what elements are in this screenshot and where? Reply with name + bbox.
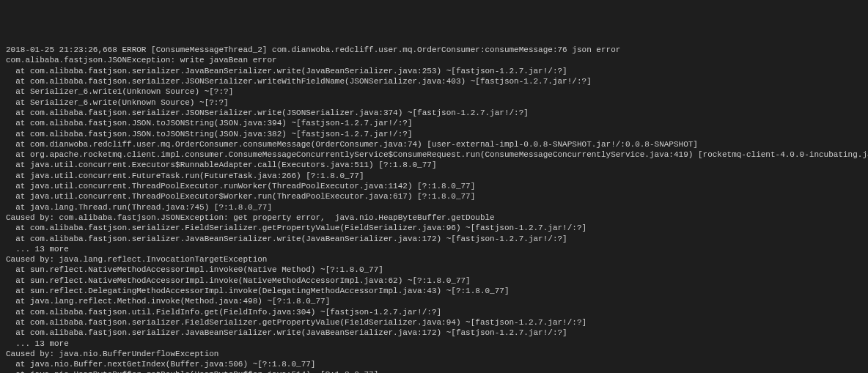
log-line: at com.alibaba.fastjson.serializer.JavaB…: [6, 328, 862, 338]
log-line: ... 13 more: [6, 244, 862, 254]
log-line: at sun.reflect.NativeMethodAccessorImpl.…: [6, 276, 862, 286]
log-line: at com.alibaba.fastjson.serializer.Field…: [6, 223, 862, 233]
log-line: at com.alibaba.fastjson.serializer.JSONS…: [6, 76, 862, 86]
log-line: at com.alibaba.fastjson.JSON.toJSONStrin…: [6, 129, 862, 139]
log-line: at sun.reflect.DelegatingMethodAccessorI…: [6, 286, 862, 296]
log-line: at com.alibaba.fastjson.serializer.JavaB…: [6, 66, 862, 76]
log-line: at Serializer_6.write1(Unknown Source) ~…: [6, 86, 862, 97]
log-line: at com.alibaba.fastjson.serializer.JSONS…: [6, 108, 862, 118]
log-line: at com.alibaba.fastjson.util.FieldInfo.g…: [6, 307, 862, 317]
log-line: at java.lang.Thread.run(Thread.java:745)…: [6, 202, 862, 213]
log-line: Caused by: com.alibaba.fastjson.JSONExce…: [6, 213, 862, 223]
log-output: 2018-01-25 21:23:26,668 ERROR [ConsumeMe…: [6, 45, 862, 373]
log-line: at com.alibaba.fastjson.serializer.JavaB…: [6, 234, 862, 244]
log-line: at java.nio.HeapByteBuffer.getDouble(Hea…: [6, 369, 862, 373]
log-line: at java.lang.reflect.Method.invoke(Metho…: [6, 296, 862, 306]
log-line: com.alibaba.fastjson.JSONException: writ…: [6, 55, 862, 65]
log-line: ... 13 more: [6, 339, 862, 349]
log-line: at sun.reflect.NativeMethodAccessorImpl.…: [6, 265, 862, 275]
log-line: at com.dianwoba.redcliff.user.mq.OrderCo…: [6, 139, 862, 149]
log-line: at java.util.concurrent.FutureTask.run(F…: [6, 171, 862, 181]
log-line: at com.alibaba.fastjson.JSON.toJSONStrin…: [6, 118, 862, 128]
log-line: at java.nio.Buffer.nextGetIndex(Buffer.j…: [6, 359, 862, 369]
log-line: at org.apache.rocketmq.client.impl.consu…: [6, 149, 862, 160]
log-line: at java.util.concurrent.ThreadPoolExecut…: [6, 181, 862, 191]
log-line: at Serializer_6.write(Unknown Source) ~[…: [6, 97, 862, 108]
log-line: Caused by: java.lang.reflect.InvocationT…: [6, 254, 862, 265]
log-line: 2018-01-25 21:23:26,668 ERROR [ConsumeMe…: [6, 45, 862, 55]
log-line: at java.util.concurrent.Executors$Runnab…: [6, 160, 862, 170]
log-line: at com.alibaba.fastjson.serializer.Field…: [6, 317, 862, 328]
log-line: at java.util.concurrent.ThreadPoolExecut…: [6, 191, 862, 202]
log-line: Caused by: java.nio.BufferUnderflowExcep…: [6, 349, 862, 359]
